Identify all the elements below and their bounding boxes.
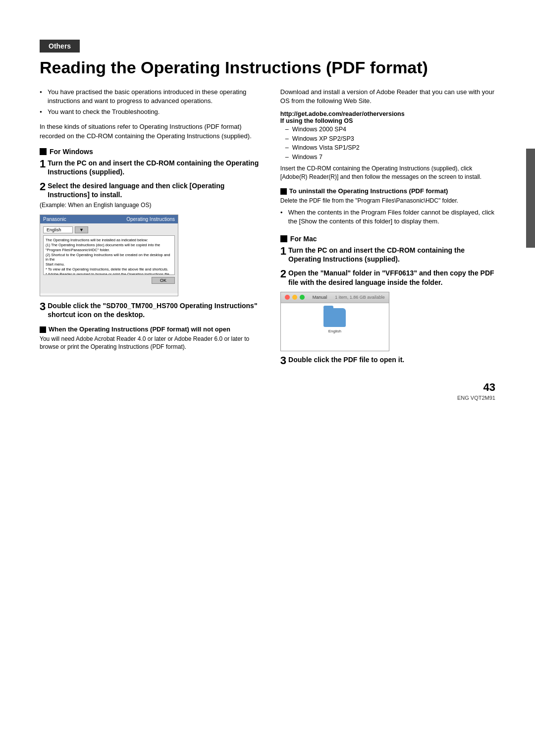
screenshot-ok-btn: OK [152, 277, 175, 284]
intro-para: In these kinds of situations refer to Op… [40, 122, 266, 140]
mac-dot-yellow [292, 295, 297, 300]
windows-screenshot: Panasonic Operating Instructions English… [40, 215, 178, 296]
screenshot-lang-box: English [43, 226, 73, 233]
mac-step3-number: 3 [280, 355, 286, 366]
os-item-3: Windows Vista SP1/SP2 [285, 144, 495, 153]
mac-folder-icon [323, 308, 346, 327]
step3-number: 3 [40, 301, 46, 312]
windows-square-icon [40, 148, 47, 155]
windows-step2: 2 Select the desired language and then c… [40, 181, 266, 210]
windows-header-text: For Windows [50, 148, 93, 156]
uninstall-icon [280, 188, 287, 195]
mac-folder-label: English [328, 329, 341, 333]
uninstall-header: To uninstall the Operating Instructions … [289, 187, 448, 195]
intro-bullet-2: You want to check the Troubleshooting. [40, 108, 266, 116]
will-not-open-text: You will need Adobe Acrobat Reader 4.0 o… [40, 335, 266, 352]
others-badge: Others [40, 40, 80, 53]
mac-dot-red [285, 295, 290, 300]
step1-number: 1 [40, 159, 46, 169]
mac-step1-text: Turn the PC on and insert the CD-ROM con… [288, 246, 495, 264]
page-number: 43 [483, 381, 495, 393]
will-not-open-header: When the Operating Instructions (PDF for… [49, 325, 230, 333]
step1-text: Turn the PC on and insert the CD-ROM con… [48, 159, 266, 176]
will-not-open-header-container: When the Operating Instructions (PDF for… [40, 325, 266, 333]
adobe-url: http://get.adobe.com/reader/otherversion… [280, 110, 495, 117]
will-not-open-icon [40, 326, 46, 333]
uninstall-text: Delete the PDF file from the "Program Fi… [280, 197, 495, 205]
mac-step3: 3 Double click the PDF file to open it. [280, 355, 495, 366]
if-os-header: If using the following OS [280, 117, 495, 124]
mac-step3-text: Double click the PDF file to open it. [288, 355, 495, 364]
mac-section-header: For Mac [280, 235, 495, 243]
screenshot-title-right: Operating Instructions [126, 216, 175, 222]
os-item-4: Windows 7 [285, 153, 495, 162]
os-item-2: Windows XP SP2/SP3 [285, 135, 495, 144]
screenshot-content: The Operating Instructions will be insta… [43, 235, 175, 275]
page-title: Reading the Operating Instructions (PDF … [40, 57, 495, 78]
uninstall-header-container: To uninstall the Operating Instructions … [280, 187, 495, 195]
eng-code: ENG VQT2M91 [457, 395, 495, 401]
screenshot-btn: ▼ [75, 226, 88, 233]
windows-step3: 3 Double click the "SD700_TM700_HS700 Op… [40, 301, 266, 319]
intro-bullets: You have practised the basic operations … [40, 88, 266, 117]
windows-step1: 1 Turn the PC on and insert the CD-ROM c… [40, 159, 266, 176]
mac-step2: 2 Open the "Manual" folder in "VFF0613" … [280, 269, 495, 286]
screenshot-title-left: Panasonic [43, 216, 66, 222]
mac-window-title: Manual [307, 295, 332, 300]
uninstall-bullets: When the contents in the Program Files f… [280, 208, 495, 226]
mac-step2-text: Open the "Manual" folder in "VFF0613" an… [288, 269, 495, 286]
mac-step2-number: 2 [280, 269, 286, 279]
windows-section-header: For Windows [40, 148, 266, 156]
right-sidebar-bar [526, 149, 535, 248]
step3-text: Double click the "SD700_TM700_HS700 Oper… [48, 301, 266, 319]
mac-title-info: 1 item, 1.86 GB available [335, 295, 385, 300]
intro-bullet-1: You have practised the basic operations … [40, 88, 266, 106]
mac-step1-number: 1 [280, 246, 286, 257]
os-item-1: Windows 2000 SP4 [285, 125, 495, 134]
mac-screenshot: Manual 1 item, 1.86 GB available English [280, 292, 389, 351]
step2-text: Select the desired language and then cli… [48, 181, 266, 199]
mac-square-icon [280, 235, 287, 242]
uninstall-bullet: When the contents in the Program Files f… [280, 208, 495, 226]
step2-number: 2 [40, 181, 46, 192]
page-footer: 43 ENG VQT2M91 [40, 381, 495, 401]
insert-text: Insert the CD-ROM containing the Operati… [280, 164, 495, 181]
mac-step1: 1 Turn the PC on and insert the CD-ROM c… [280, 246, 495, 264]
step2-note: (Example: When an English language OS) [40, 201, 266, 210]
mac-dot-green [300, 295, 305, 300]
os-list: Windows 2000 SP4 Windows XP SP2/SP3 Wind… [280, 125, 495, 162]
mac-header-text: For Mac [290, 235, 317, 243]
download-text: Download and install a version of Adobe … [280, 88, 495, 106]
